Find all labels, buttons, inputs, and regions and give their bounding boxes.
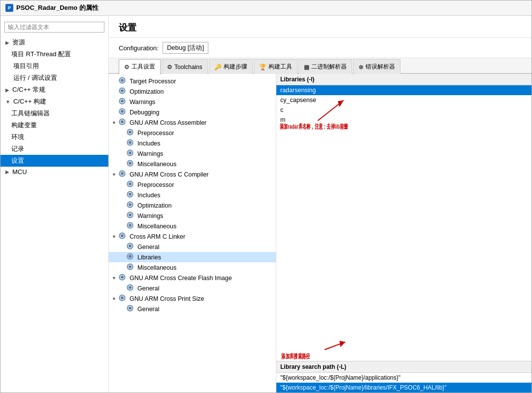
library-item-radarsensing[interactable]: radarsensing bbox=[276, 85, 532, 95]
tree-node-icon bbox=[119, 274, 126, 282]
tab-error-parser[interactable]: ⊗错误解析器 bbox=[353, 59, 400, 74]
tree-node-label: Preprocessor bbox=[137, 181, 174, 188]
tree-item-preprocessor1[interactable]: Preprocessor bbox=[109, 128, 276, 138]
svg-point-6 bbox=[121, 110, 124, 113]
sidebar-item-cpp-general[interactable]: ▶C/C++ 常规 bbox=[0, 84, 108, 96]
tree-item-target-processor[interactable]: Target Processor bbox=[109, 76, 276, 86]
tree-node-label: Miscellaneous bbox=[137, 161, 176, 168]
sidebar-item-run-debug[interactable]: 运行 / 调试设置 bbox=[0, 72, 108, 84]
sidebar-item-settings[interactable]: 设置 bbox=[0, 155, 108, 167]
sidebar-item-project-ref[interactable]: 项目引用 bbox=[0, 60, 108, 72]
split-pane: Target ProcessorOptimizationWarningsDebu… bbox=[109, 74, 532, 393]
tree-node-icon bbox=[127, 243, 133, 251]
tree-expand-icon[interactable]: ▼ bbox=[112, 234, 117, 239]
tab-build-steps[interactable]: 🔑构建步骤 bbox=[209, 59, 253, 74]
library-search-item-path1[interactable]: "${workspace_loc:/${ProjName}/applicatio… bbox=[276, 373, 532, 383]
tab-icon-toolchains: ⚙ bbox=[167, 64, 172, 71]
tab-icon-tool-settings: ⚙ bbox=[124, 64, 130, 71]
sidebar-item-resources[interactable]: ▶资源 bbox=[0, 36, 108, 48]
tree-node-label: General bbox=[137, 285, 159, 292]
tree-item-cross-arm-c-linker[interactable]: ▼Cross ARM C Linker bbox=[109, 231, 276, 242]
tree-item-miscellaneous2[interactable]: Miscellaneous bbox=[109, 221, 276, 231]
config-label: Configuration: bbox=[119, 44, 159, 52]
svg-point-20 bbox=[129, 182, 132, 185]
svg-point-12 bbox=[129, 141, 132, 144]
tree-node-label: General bbox=[137, 306, 159, 313]
tree-node-label: Includes bbox=[137, 192, 161, 199]
sidebar-item-build-vars[interactable]: 构建变量 bbox=[0, 119, 108, 131]
tree-item-includes2[interactable]: Includes bbox=[109, 190, 276, 200]
tabs-bar: ⚙工具设置⚙Toolchains🔑构建步骤🏆构建工具▦二进制解析器⊗错误解析器 bbox=[109, 58, 532, 74]
tree-item-general4[interactable]: General bbox=[109, 283, 276, 293]
tree-item-libraries3[interactable]: Libraries bbox=[109, 252, 276, 262]
tree-node-label: General bbox=[137, 244, 159, 250]
split-right: Libraries (-l) radarsensingcy_capsensecm… bbox=[276, 74, 532, 393]
tree-item-optimization[interactable]: Optimization bbox=[109, 86, 276, 97]
tree-item-miscellaneous1[interactable]: Miscellaneous bbox=[109, 159, 276, 169]
svg-point-8 bbox=[121, 120, 124, 123]
tree-item-optimization2[interactable]: Optimization bbox=[109, 200, 276, 211]
svg-point-34 bbox=[129, 255, 132, 258]
window-icon: P bbox=[5, 4, 13, 12]
sidebar: ▶资源项目 RT-Thread 配置项目引用运行 / 调试设置▶C/C++ 常规… bbox=[0, 16, 109, 393]
tree-node-icon bbox=[127, 149, 133, 158]
library-item-m[interactable]: m bbox=[276, 115, 532, 125]
config-bar: Configuration: Debug [活动] bbox=[109, 38, 532, 58]
libraries-list: radarsensingcy_capsensecm bbox=[276, 85, 532, 361]
tree-item-general5[interactable]: General bbox=[109, 304, 276, 314]
sidebar-item-rt-thread[interactable]: 项目 RT-Thread 配置 bbox=[0, 48, 108, 60]
tree-item-gnu-arm-flash[interactable]: ▼GNU ARM Cross Create Flash Image bbox=[109, 273, 276, 283]
tree-expand-icon[interactable]: ▼ bbox=[112, 296, 117, 301]
tree-item-warnings1[interactable]: Warnings bbox=[109, 148, 276, 159]
sidebar-item-log[interactable]: 记录 bbox=[0, 143, 108, 155]
tree-node-icon bbox=[127, 191, 133, 199]
tab-toolchains[interactable]: ⚙Toolchains bbox=[162, 59, 208, 74]
tree-node-icon bbox=[127, 160, 133, 168]
library-search-item-path2[interactable]: "${workspace_loc:/${ProjName}/libraries/… bbox=[276, 383, 532, 393]
svg-point-38 bbox=[121, 276, 124, 279]
tree-node-icon bbox=[127, 284, 133, 292]
tree-item-gnu-arm-print[interactable]: ▼GNU ARM Cross Print Size bbox=[109, 293, 276, 304]
svg-point-36 bbox=[129, 265, 132, 268]
tree-expand-icon[interactable]: ▼ bbox=[112, 276, 117, 281]
tree-node-label: Warnings bbox=[137, 213, 163, 219]
libraries-header: Libraries (-l) bbox=[276, 74, 532, 85]
sidebar-item-tool-chain[interactable]: 工具链编辑器 bbox=[0, 107, 108, 119]
tree-item-includes1[interactable]: Includes bbox=[109, 138, 276, 148]
library-item-cy_capsense[interactable]: cy_capsense bbox=[276, 95, 532, 105]
tree-node-icon bbox=[119, 77, 126, 85]
library-search-list: "${workspace_loc:/${ProjName}/applicatio… bbox=[276, 373, 532, 393]
tab-binary-parser[interactable]: ▦二进制解析器 bbox=[299, 59, 352, 74]
sidebar-item-env[interactable]: 环境 bbox=[0, 131, 108, 143]
filter-input[interactable] bbox=[4, 22, 104, 33]
tree-expand-icon[interactable]: ▼ bbox=[112, 120, 117, 125]
tab-tool-settings[interactable]: ⚙工具设置 bbox=[119, 59, 161, 74]
svg-point-10 bbox=[129, 131, 132, 134]
tree-item-gnu-arm-c-compiler[interactable]: ▼GNU ARM Cross C Compiler bbox=[109, 169, 276, 179]
tree-expand-icon[interactable]: ▼ bbox=[112, 172, 117, 177]
svg-point-22 bbox=[129, 193, 132, 196]
sidebar-item-cpp-build[interactable]: ▼C/C++ 构建 bbox=[0, 96, 108, 107]
tree-node-icon bbox=[127, 263, 133, 272]
tree-node-icon bbox=[119, 170, 126, 179]
tree-panel: Target ProcessorOptimizationWarningsDebu… bbox=[109, 74, 276, 393]
tree-node-label: Miscellaneous bbox=[137, 223, 176, 230]
tree-item-preprocessor2[interactable]: Preprocessor bbox=[109, 179, 276, 190]
tree-node-icon bbox=[127, 139, 133, 147]
tab-build-tools[interactable]: 🏆构建工具 bbox=[254, 59, 298, 74]
tree-item-debugging[interactable]: Debugging bbox=[109, 107, 276, 117]
svg-point-28 bbox=[129, 224, 132, 227]
tree-item-gnu-arm-assembler[interactable]: ▼GNU ARM Cross Assembler bbox=[109, 117, 276, 128]
library-search-panel: Library search path (-L) "${workspace_lo… bbox=[276, 361, 532, 393]
config-value: Debug [活动] bbox=[163, 42, 208, 54]
tree-item-warnings[interactable]: Warnings bbox=[109, 97, 276, 107]
tree-node-label: Preprocessor bbox=[137, 130, 174, 137]
tree-node-icon bbox=[119, 98, 126, 106]
sidebar-item-mcu[interactable]: ▶MCU bbox=[0, 167, 108, 177]
tree-item-general3[interactable]: General bbox=[109, 242, 276, 252]
tree-item-warnings2[interactable]: Warnings bbox=[109, 211, 276, 221]
tree-item-miscellaneous3[interactable]: Miscellaneous bbox=[109, 262, 276, 273]
tree-node-icon bbox=[127, 180, 133, 189]
window-title: PSOC_Radar_Demo 的属性 bbox=[16, 3, 99, 12]
library-item-c[interactable]: c bbox=[276, 105, 532, 115]
